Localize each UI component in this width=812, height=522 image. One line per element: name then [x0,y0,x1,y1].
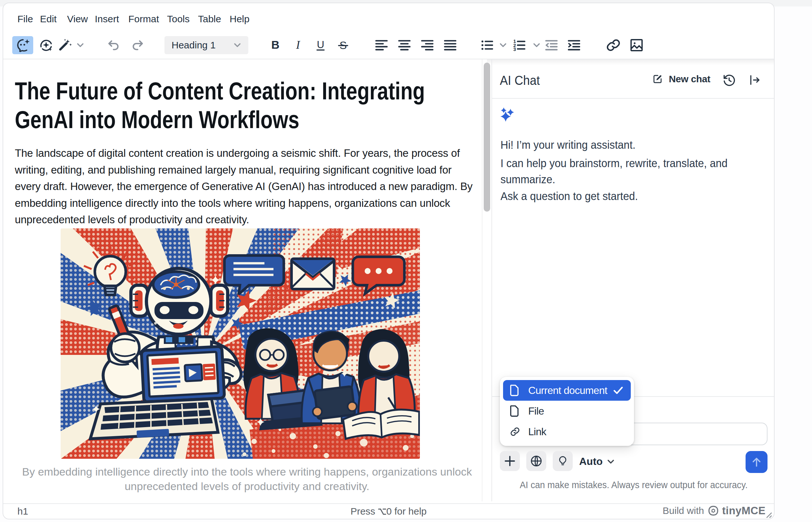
svg-text:B: B [271,38,279,51]
svg-text:3: 3 [513,46,516,52]
svg-text:U: U [317,39,324,50]
svg-text:I: I [296,38,300,51]
